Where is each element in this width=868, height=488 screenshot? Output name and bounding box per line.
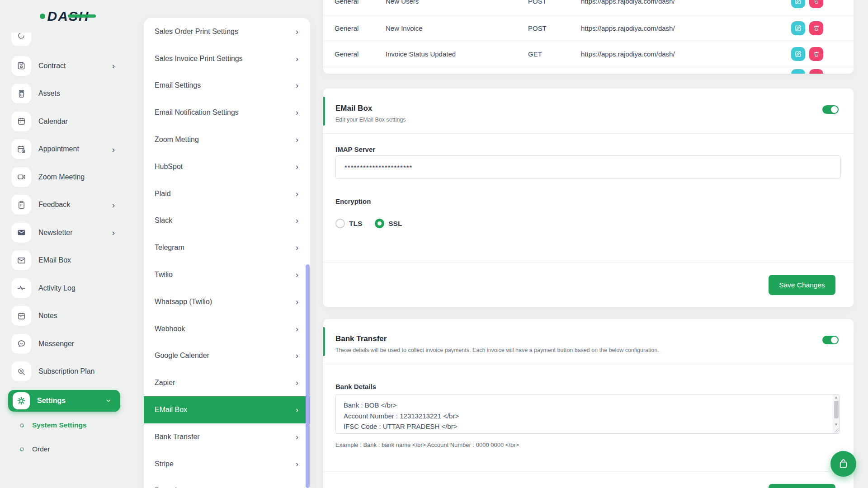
sidebar-item-zoom-meeting[interactable]: Zoom Meeting bbox=[0, 163, 129, 191]
menu-item-email-box[interactable]: EMail Box› bbox=[144, 396, 310, 423]
edit-button[interactable] bbox=[791, 21, 805, 35]
sidebar-item-label: Calendar bbox=[38, 117, 129, 126]
sidebar-item-contract[interactable]: Contract › bbox=[0, 52, 129, 80]
scroll-down-icon[interactable]: ▼ bbox=[833, 422, 840, 428]
menu-item-webhook[interactable]: Webhook› bbox=[144, 315, 310, 343]
menu-item-plaid[interactable]: Plaid› bbox=[144, 180, 310, 207]
sidebar-item-subscription-plan[interactable]: $ Subscription Plan bbox=[0, 358, 129, 386]
radio-ssl[interactable]: SSL bbox=[375, 219, 402, 228]
chevron-right-icon: › bbox=[296, 271, 298, 279]
edit-button[interactable] bbox=[791, 0, 805, 8]
cell-method: POST bbox=[528, 24, 581, 32]
textarea-scrollbar[interactable]: ▲ ▼ bbox=[833, 394, 840, 433]
radio-tls[interactable]: TLS bbox=[335, 219, 362, 228]
sidebar-item-settings[interactable]: Settings › bbox=[8, 390, 120, 412]
menu-item-label: Zapier bbox=[155, 379, 296, 387]
menu-item-label: Email Notification Settings bbox=[155, 108, 296, 117]
chevron-right-icon: › bbox=[296, 81, 298, 89]
menu-item-sales-order-print-settings[interactable]: Sales Order Print Settings› bbox=[144, 18, 310, 45]
sidebar: DASH Contract › bbox=[0, 0, 129, 488]
menu-item-twilio[interactable]: Twilio› bbox=[144, 261, 310, 288]
sidebar-item-messenger[interactable]: Messenger bbox=[0, 330, 129, 358]
sidebar-subitem-order[interactable]: Order bbox=[0, 440, 129, 458]
sidebar-item-newsletter[interactable]: Newsletter › bbox=[0, 219, 129, 247]
resize-grip-icon[interactable] bbox=[834, 428, 839, 432]
chevron-right-icon: › bbox=[296, 325, 298, 333]
sidebar-item-feedback[interactable]: Feedback › bbox=[0, 191, 129, 219]
menu-item-google-calender[interactable]: Google Calender› bbox=[144, 343, 310, 370]
cell-name: New Users bbox=[386, 0, 528, 5]
menu-item-label: HubSpot bbox=[155, 163, 296, 171]
menu-item-label: Webhook bbox=[155, 325, 296, 333]
sidebar-item-label: Appointment bbox=[38, 145, 112, 153]
chevron-right-icon: › bbox=[296, 460, 298, 468]
sidebar-item-assets[interactable]: Assets bbox=[0, 80, 129, 108]
sidebar-item-label: EMail Box bbox=[38, 256, 129, 264]
menu-item-bank-transfer[interactable]: Bank Transfer› bbox=[144, 423, 310, 450]
delete-button[interactable] bbox=[809, 0, 823, 8]
bank-details-textarea[interactable]: Bank : BOB </br> Account Number : 123132… bbox=[335, 394, 840, 434]
chevron-right-icon: › bbox=[112, 228, 115, 237]
menu-item-stripe[interactable]: Stripe› bbox=[144, 450, 310, 478]
chevron-right-icon: › bbox=[296, 216, 298, 225]
sidebar-item-appointment[interactable]: Appointment › bbox=[0, 136, 129, 164]
menu-item-zoom-metting[interactable]: Zoom Metting› bbox=[144, 126, 310, 153]
scroll-thumb[interactable] bbox=[834, 401, 839, 418]
menu-item-telegram[interactable]: Telegram› bbox=[144, 234, 310, 261]
menu-item-label: Sales Order Print Settings bbox=[155, 28, 296, 36]
app-logo[interactable]: DASH bbox=[0, 0, 129, 33]
edit-button[interactable] bbox=[791, 47, 805, 61]
menu-item-whatsapp-twilio[interactable]: Whatsapp (Twilio)› bbox=[144, 288, 310, 315]
cell-module: General bbox=[323, 0, 386, 5]
menu-item-paypal[interactable]: Paypal› bbox=[144, 478, 310, 488]
sidebar-item-label: Zoom Meeting bbox=[38, 173, 129, 181]
sidebar-item-label: Notes bbox=[38, 312, 129, 320]
main-content: General New Users POST https://apps.rajo… bbox=[323, 0, 854, 488]
email-box-toggle[interactable] bbox=[822, 105, 839, 114]
subitem-label: System Settings bbox=[32, 421, 87, 429]
svg-text:$: $ bbox=[20, 369, 22, 373]
menu-item-label: Zoom Metting bbox=[155, 136, 296, 144]
radio-unchecked-icon bbox=[335, 219, 345, 228]
bank-transfer-toggle[interactable] bbox=[822, 336, 839, 344]
sidebar-subitem-system-settings[interactable]: System Settings bbox=[0, 416, 129, 434]
bank-details-label: Bank Details bbox=[335, 383, 376, 390]
chevron-right-icon: › bbox=[296, 298, 298, 306]
delete-button[interactable] bbox=[809, 21, 823, 35]
sidebar-item-calendar[interactable]: Calendar bbox=[0, 108, 129, 136]
menu-item-slack[interactable]: Slack› bbox=[144, 207, 310, 235]
menu-item-email-notification-settings[interactable]: Email Notification Settings› bbox=[144, 99, 310, 126]
table-row: General New Users POST https://apps.rajo… bbox=[323, 0, 854, 15]
chevron-down-icon: › bbox=[105, 399, 113, 402]
menu-item-email-settings[interactable]: Email Settings› bbox=[144, 72, 310, 99]
radio-label: TLS bbox=[349, 220, 362, 228]
appointment-icon bbox=[11, 139, 31, 159]
edit-button[interactable] bbox=[791, 69, 805, 74]
sidebar-item-activity-log[interactable]: Activity Log bbox=[0, 274, 129, 302]
menu-item-hubspot[interactable]: HubSpot› bbox=[144, 153, 310, 180]
imap-server-label: IMAP Server bbox=[335, 145, 375, 153]
menu-item-zapier[interactable]: Zapier› bbox=[144, 369, 310, 396]
menu-item-label: Email Settings bbox=[155, 81, 296, 89]
menu-item-label: Slack bbox=[155, 216, 296, 225]
menu-item-sales-invoice-print-settings[interactable]: Sales Invoice Print Settings› bbox=[144, 45, 310, 72]
imap-server-input[interactable] bbox=[335, 155, 841, 179]
delete-button[interactable] bbox=[809, 69, 823, 74]
menu-item-label: Stripe bbox=[155, 460, 296, 468]
chevron-right-icon: › bbox=[296, 108, 298, 117]
save-changes-button[interactable]: Save Changes bbox=[769, 275, 835, 295]
encryption-options: TLS SSL bbox=[335, 219, 402, 228]
save-changes-button[interactable]: Save Changes bbox=[769, 484, 835, 488]
floating-shop-button[interactable] bbox=[830, 451, 856, 477]
bank-example-text: Example : Bank : bank name </br> Account… bbox=[335, 441, 519, 448]
email-box-header: EMail Box Edit your EMail Box settings bbox=[323, 89, 854, 134]
scroll-up-icon[interactable]: ▲ bbox=[833, 394, 840, 401]
delete-button[interactable] bbox=[809, 47, 823, 61]
cell-url: https://apps.rajodiya.com/dash/ bbox=[581, 0, 791, 5]
panel-scrollbar[interactable] bbox=[306, 264, 310, 488]
cell-method: POST bbox=[528, 0, 581, 5]
cell-module: General bbox=[323, 50, 386, 58]
sidebar-item-email-box[interactable]: EMail Box bbox=[0, 247, 129, 275]
sidebar-item-notes[interactable]: Notes bbox=[0, 302, 129, 330]
shopping-bag-icon bbox=[837, 458, 849, 470]
